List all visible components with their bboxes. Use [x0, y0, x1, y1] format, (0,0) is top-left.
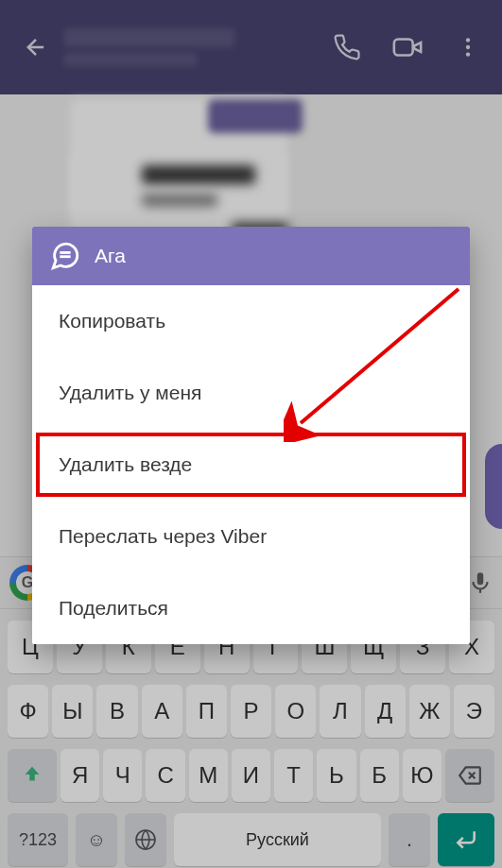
menu-item-delete-everywhere[interactable]: Удалить везде — [32, 429, 470, 501]
dialog-header: Ага — [32, 227, 470, 285]
chat-bubble-icon — [49, 240, 81, 272]
menu-item-copy[interactable]: Копировать — [32, 285, 470, 357]
context-menu-dialog: Ага Копировать Удалить у меня Удалить ве… — [32, 227, 470, 644]
menu-item-forward-viber[interactable]: Переслать через Viber — [32, 501, 470, 572]
menu-item-delete-for-me[interactable]: Удалить у меня — [32, 357, 470, 429]
menu-item-share[interactable]: Поделиться — [32, 572, 470, 644]
dialog-title: Ага — [95, 245, 126, 267]
screen: G Ц У К Е Н Г Ш Щ З Х Й Ф Ы В А П Р О — [0, 0, 502, 868]
